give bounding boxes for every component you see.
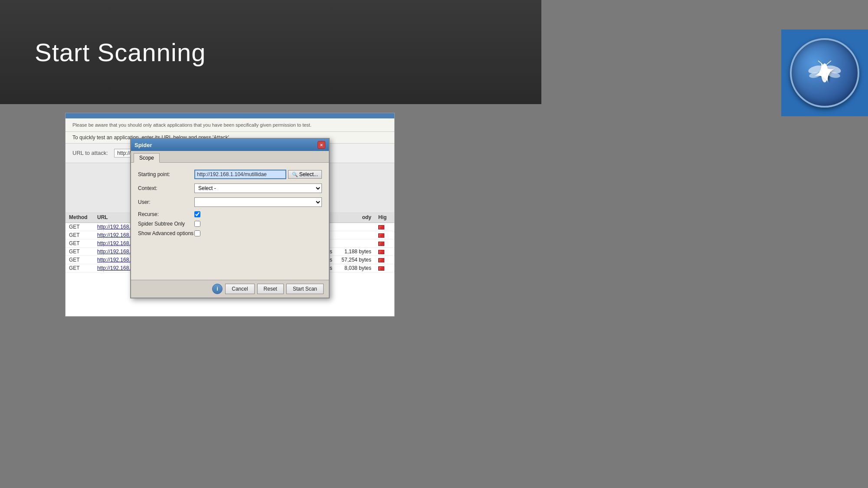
context-control: Select -	[194, 183, 322, 193]
tab-scope[interactable]: Scope	[134, 153, 160, 163]
dialog-titlebar: Spider ×	[131, 139, 329, 151]
dialog-body: Starting point: 🔍 Select... Context: Sel…	[131, 162, 329, 280]
cell-size: 57,254 bytes	[336, 256, 375, 263]
cell-flag: 🚩	[375, 265, 394, 272]
recurse-row: Recurse:	[138, 211, 322, 217]
info-button[interactable]: i	[212, 284, 223, 294]
context-select[interactable]: Select -	[194, 183, 322, 193]
dialog-footer: i Cancel Reset Start Scan	[131, 280, 329, 298]
top-banner: Start Scanning	[0, 0, 541, 104]
show-advanced-label: Show Advanced options	[138, 230, 194, 236]
spider-subtree-label: Spider Subtree Only	[138, 221, 194, 227]
window-top-bar	[66, 113, 394, 118]
logo-svg	[803, 51, 846, 95]
cell-body	[340, 240, 375, 247]
dialog-spacer	[138, 240, 322, 275]
recurse-label: Recurse:	[138, 211, 194, 217]
cell-method: GET	[66, 248, 94, 255]
col-body: ody	[340, 213, 375, 221]
cell-method: GET	[66, 256, 94, 263]
svg-line-6	[818, 61, 823, 65]
svg-line-7	[826, 61, 831, 65]
col-method: Method	[66, 213, 94, 221]
starting-point-row: Starting point: 🔍 Select...	[138, 170, 322, 179]
select-icon: 🔍	[292, 172, 298, 177]
user-select[interactable]	[194, 197, 322, 207]
cell-flag: 🚩	[375, 248, 394, 255]
spider-dialog: Spider × Scope Starting point: 🔍 Select.…	[130, 138, 330, 298]
spider-subtree-checkbox[interactable]	[194, 221, 200, 227]
cell-method: GET	[66, 232, 94, 239]
user-row: User:	[138, 197, 322, 207]
reset-button[interactable]: Reset	[257, 284, 284, 294]
show-advanced-row: Show Advanced options	[138, 230, 322, 236]
select-button[interactable]: 🔍 Select...	[288, 170, 322, 179]
show-advanced-checkbox[interactable]	[194, 230, 200, 236]
cell-flag: 🚩	[375, 256, 394, 263]
select-button-label: Select...	[299, 171, 318, 177]
user-control	[194, 197, 322, 207]
logo-area: ✦	[781, 29, 868, 116]
cell-body	[340, 223, 375, 230]
spider-subtree-row: Spider Subtree Only	[138, 221, 322, 227]
logo-circle: ✦	[790, 38, 859, 108]
starting-point-input[interactable]	[194, 170, 286, 179]
warning-text: Please be aware that you should only att…	[72, 122, 311, 128]
cell-method: GET	[66, 240, 94, 247]
context-row: Context: Select -	[138, 183, 322, 193]
user-label: User:	[138, 199, 194, 205]
cancel-button[interactable]: Cancel	[225, 284, 254, 294]
dialog-tabs: Scope	[131, 151, 329, 162]
starting-point-label: Starting point:	[138, 171, 194, 177]
starting-point-control: 🔍 Select...	[194, 170, 322, 179]
start-scan-button[interactable]: Start Scan	[286, 284, 324, 294]
cell-flag: 🚩	[375, 223, 394, 230]
cell-size: 1,188 bytes	[336, 248, 375, 255]
banner-title: Start Scanning	[35, 38, 206, 67]
url-label: URL to attack:	[72, 150, 108, 156]
cell-size: 8,038 bytes	[336, 265, 375, 272]
cell-flag: 🚩	[375, 232, 394, 239]
cell-body	[340, 232, 375, 239]
warning-text-area: Please be aware that you should only att…	[66, 118, 394, 132]
context-label: Context:	[138, 185, 194, 191]
recurse-checkbox[interactable]	[194, 211, 200, 217]
cell-flag: 🚩	[375, 240, 394, 247]
cell-method: GET	[66, 265, 94, 272]
dialog-title: Spider	[134, 142, 152, 148]
cell-method: GET	[66, 223, 94, 230]
col-high: Hig	[375, 213, 394, 221]
dialog-close-button[interactable]: ×	[318, 141, 325, 149]
